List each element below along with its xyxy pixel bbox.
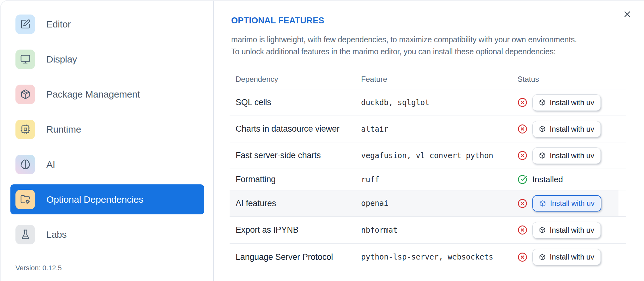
box-icon (539, 254, 546, 260)
column-header-dependency: Dependency (236, 75, 361, 84)
feature-cell: ruff (361, 175, 518, 184)
edit-icon (15, 15, 35, 34)
monitor-icon (15, 50, 35, 69)
box-icon (539, 200, 546, 207)
sidebar-item-label: Optional Dependencies (46, 194, 143, 205)
table-row: Fast server-side charts vegafusion, vl-c… (230, 142, 626, 169)
box-icon (539, 99, 546, 106)
sidebar-item-optional-dependencies[interactable]: Optional Dependencies (10, 184, 204, 214)
install-button-label: Install with uv (550, 125, 594, 134)
table-row: Formatting ruff Installed (230, 169, 626, 190)
status-cell: Installed (518, 175, 626, 184)
column-header-status: Status (518, 75, 626, 84)
sidebar-item-labs[interactable]: Labs (10, 219, 204, 249)
version-label: Version: 0.12.5 (15, 264, 62, 272)
status-cell: Install with uv (518, 94, 626, 111)
brain-icon (15, 155, 35, 174)
box-icon (539, 152, 546, 159)
circle-check-icon (518, 175, 527, 184)
feature-cell: duckdb, sqlglot (361, 98, 518, 107)
dependency-cell: SQL cells (236, 98, 361, 107)
panel-description: marimo is lightweight, with few dependen… (231, 33, 577, 57)
close-icon (623, 9, 632, 19)
feature-cell: nbformat (361, 226, 518, 235)
column-header-feature: Feature (361, 75, 518, 84)
sidebar-item-label: AI (46, 159, 55, 170)
dependency-cell: AI features (236, 199, 361, 208)
dependency-cell: Language Server Protocol (236, 252, 361, 262)
install-with-uv-button[interactable]: Install with uv (532, 249, 601, 265)
install-button-label: Install with uv (550, 98, 594, 107)
dependencies-table: Dependency Feature Status SQL cells duck… (230, 69, 626, 270)
table-row: AI features openai Install with uv (230, 190, 626, 217)
sidebar-item-label: Package Management (46, 89, 140, 100)
feature-cell: vegafusion, vl-convert-python (361, 151, 518, 160)
description-line-1: marimo is lightweight, with few dependen… (231, 35, 577, 44)
circle-x-icon (518, 124, 527, 134)
install-with-uv-button[interactable]: Install with uv (532, 195, 601, 212)
description-line-2: To unlock additional features in the mar… (231, 47, 556, 56)
status-cell: Install with uv (518, 147, 626, 164)
status-cell: Install with uv (518, 195, 626, 212)
dependency-cell: Export as IPYNB (236, 225, 361, 235)
install-button-label: Install with uv (550, 226, 594, 235)
table-row: SQL cells duckdb, sqlglot Install with u… (230, 89, 626, 116)
sidebar-item-runtime[interactable]: Runtime (10, 114, 204, 144)
table-row: Export as IPYNB nbformat Install with uv (230, 217, 626, 244)
page-title: OPTIONAL FEATURES (231, 16, 324, 26)
dependency-cell: Formatting (236, 175, 361, 184)
circle-x-icon (518, 199, 527, 208)
installed-status-label: Installed (532, 175, 563, 184)
status-cell: Install with uv (518, 121, 626, 137)
feature-cell: python-lsp-server, websockets (361, 253, 518, 261)
sidebar-item-display[interactable]: Display (10, 44, 204, 74)
install-with-uv-button[interactable]: Install with uv (532, 94, 601, 111)
sidebar-item-ai[interactable]: AI (10, 149, 204, 179)
settings-nav: Editor Display Package Management Runtim… (0, 9, 213, 254)
circle-x-icon (518, 151, 527, 160)
circle-x-icon (518, 98, 527, 107)
install-with-uv-button[interactable]: Install with uv (532, 222, 601, 238)
table-row: Language Server Protocol python-lsp-serv… (230, 244, 626, 270)
install-button-label: Install with uv (550, 253, 594, 261)
status-cell: Install with uv (518, 222, 626, 238)
circle-x-icon (518, 225, 527, 235)
install-with-uv-button[interactable]: Install with uv (532, 121, 601, 137)
circle-x-icon (518, 252, 527, 262)
sidebar-item-editor[interactable]: Editor (10, 9, 204, 39)
sidebar-item-label: Editor (46, 19, 71, 30)
table-header-row: Dependency Feature Status (230, 69, 626, 89)
sidebar-item-label: Labs (46, 229, 67, 240)
box-icon (539, 126, 546, 132)
status-cell: Install with uv (518, 249, 626, 265)
sidebar-item-label: Runtime (46, 124, 81, 135)
box-icon (539, 227, 546, 233)
settings-dialog: Editor Display Package Management Runtim… (0, 0, 644, 281)
table-row: Charts in datasource viewer altair Insta… (230, 116, 626, 142)
settings-sidebar: Editor Display Package Management Runtim… (0, 0, 214, 281)
dependency-cell: Charts in datasource viewer (236, 124, 361, 134)
feature-cell: altair (361, 125, 518, 134)
install-button-label: Install with uv (550, 199, 594, 208)
feature-cell: openai (361, 199, 518, 208)
optional-features-panel: OPTIONAL FEATURES marimo is lightweight,… (214, 0, 644, 281)
package-icon (15, 85, 35, 104)
close-button[interactable] (621, 8, 634, 21)
cpu-icon (15, 120, 35, 139)
install-with-uv-button[interactable]: Install with uv (532, 147, 601, 164)
dependency-cell: Fast server-side charts (236, 151, 361, 160)
install-button-label: Install with uv (550, 151, 594, 160)
sidebar-item-package-management[interactable]: Package Management (10, 79, 204, 109)
sidebar-item-label: Display (46, 54, 77, 65)
folder-cog-icon (15, 190, 35, 209)
flask-icon (15, 225, 35, 244)
